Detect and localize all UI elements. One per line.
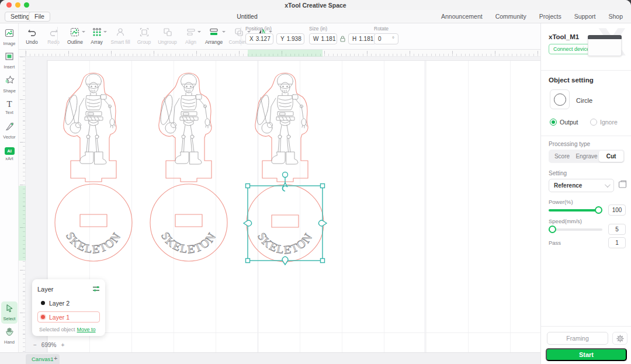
move-to-link[interactable]: Move to	[77, 327, 96, 332]
output-radio[interactable]: Output	[550, 119, 578, 126]
pass-value-input[interactable]: 1	[608, 237, 626, 248]
segment-score[interactable]: Score	[550, 151, 574, 162]
gear-icon	[616, 335, 624, 342]
file-menu-button[interactable]: File	[29, 12, 50, 22]
app-title: xTool Creative Space	[285, 2, 346, 9]
ungroup-icon	[163, 27, 172, 37]
align-button[interactable]: Align	[180, 25, 202, 45]
right-panel: xTool_M1 Connect device X Object setting…	[540, 23, 631, 364]
save-preset-icon[interactable]	[618, 180, 627, 191]
shape-icon	[5, 75, 15, 87]
device-name: xTool_M1	[549, 33, 579, 40]
layer-options-icon[interactable]	[92, 284, 100, 294]
minimize-window-button[interactable]	[15, 2, 20, 8]
power-slider-knob[interactable]	[595, 206, 602, 214]
shape-thumbnail[interactable]	[550, 89, 570, 109]
align-icon	[186, 27, 196, 37]
zoom-out-button[interactable]: −	[33, 342, 37, 348]
speed-slider-knob[interactable]	[549, 226, 556, 233]
skeleton-disc-2[interactable]	[148, 182, 230, 264]
framing-button[interactable]: Framing	[547, 332, 608, 345]
framing-settings-button[interactable]	[612, 332, 627, 345]
arrange-button[interactable]: Arrange	[202, 25, 226, 45]
power-slider[interactable]	[549, 209, 602, 212]
smart-fill-button[interactable]: Smart fill	[108, 25, 133, 45]
lock-ratio-icon[interactable]	[340, 34, 345, 44]
zoom-in-button[interactable]: +	[61, 342, 64, 348]
text-icon: T	[6, 100, 12, 109]
array-button[interactable]: Array	[86, 25, 108, 45]
ruler-selection-highlight	[19, 186, 26, 261]
xart-ai-icon: AI	[5, 147, 15, 155]
menubar: Settings File Untitled Announcement Comm…	[0, 10, 631, 23]
redo-button[interactable]: Redo	[43, 25, 64, 45]
speed-slider[interactable]	[549, 228, 602, 231]
power-value-input[interactable]: 100	[608, 204, 626, 216]
rotate-group: Rotate 0°	[374, 26, 398, 44]
selected-object-label: Selected object	[39, 327, 75, 332]
segment-engrave[interactable]: Engrave	[574, 151, 599, 162]
vertical-ruler	[19, 57, 26, 352]
horizontal-ruler	[26, 50, 540, 57]
position-x-input[interactable]: X3.127	[245, 33, 273, 44]
speed-value-input[interactable]: 5	[608, 224, 626, 235]
radio-off-icon	[590, 119, 597, 126]
position-y-input[interactable]: Y1.938	[276, 33, 304, 44]
sidebar-item-select[interactable]: Select	[0, 301, 19, 324]
rotate-input[interactable]: 0°	[374, 33, 398, 44]
link-shop[interactable]: Shop	[608, 13, 623, 20]
sidebar-item-xart[interactable]: AI xArt	[0, 143, 19, 166]
sidebar-item-insert[interactable]: Insert	[0, 49, 19, 72]
maximize-window-button[interactable]	[24, 2, 29, 8]
menu-links: Announcement Community Projects Support …	[441, 13, 623, 20]
combine-icon	[234, 27, 244, 37]
sidebar-item-hand[interactable]: Hand	[0, 324, 19, 348]
array-icon	[92, 27, 102, 37]
skeleton-figure-2[interactable]	[148, 71, 241, 182]
device-image: X	[585, 26, 627, 68]
size-h-input[interactable]: H1.181	[348, 33, 376, 44]
ungroup-button[interactable]: Ungroup	[155, 25, 180, 45]
ignore-radio[interactable]: Ignore	[590, 119, 618, 126]
layer-row-1[interactable]: Layer 1	[37, 311, 100, 323]
smart-fill-icon	[116, 27, 125, 37]
insert-icon	[5, 52, 14, 63]
link-announcement[interactable]: Announcement	[441, 13, 483, 20]
arrange-icon	[209, 27, 219, 37]
skeleton-disc-1[interactable]	[53, 182, 134, 264]
image-icon	[5, 29, 14, 40]
ruler-corner	[19, 50, 26, 57]
preset-dropdown[interactable]: Reference	[549, 179, 614, 192]
zoom-control: − 699% +	[33, 342, 64, 348]
close-window-button[interactable]	[6, 2, 12, 8]
size-w-input[interactable]: W1.181	[309, 33, 337, 44]
outline-button[interactable]: Outline	[64, 25, 86, 45]
layer-row-2[interactable]: Layer 2	[37, 297, 100, 308]
link-community[interactable]: Community	[495, 13, 526, 20]
add-canvas-button[interactable]: +	[54, 355, 57, 362]
undo-button[interactable]: Undo	[21, 25, 43, 45]
sidebar-item-shape[interactable]: Shape	[0, 72, 19, 96]
size-label: Size (in)	[309, 26, 376, 32]
sidebar-item-vector[interactable]: Vector	[0, 119, 19, 143]
zoom-level[interactable]: 699%	[41, 342, 57, 348]
toolbar: Undo Redo Outline	[19, 23, 540, 50]
skeleton-disc-3[interactable]	[244, 182, 326, 264]
link-projects[interactable]: Projects	[539, 13, 561, 20]
sidebar-item-image[interactable]: Image	[0, 26, 19, 49]
select-cursor-icon	[5, 304, 14, 315]
group-button[interactable]: Group	[133, 25, 155, 45]
circle-icon	[554, 93, 566, 106]
document-title: Untitled	[237, 13, 258, 20]
skeleton-figure-3[interactable]	[244, 71, 338, 182]
processing-type-segmented-control: Score Engrave Cut	[549, 150, 625, 163]
start-button[interactable]: Start	[546, 348, 627, 361]
sidebar-item-text[interactable]: T Text	[0, 96, 19, 119]
skeleton-figure-1[interactable]	[53, 71, 146, 182]
shape-label: Circle	[576, 97, 592, 104]
link-support[interactable]: Support	[574, 13, 596, 20]
titlebar: xTool Creative Space	[0, 0, 631, 10]
position-label: Position (in)	[245, 26, 304, 32]
segment-cut[interactable]: Cut	[599, 151, 623, 162]
app-window: xTool Creative Space Settings File Untit…	[0, 0, 631, 364]
